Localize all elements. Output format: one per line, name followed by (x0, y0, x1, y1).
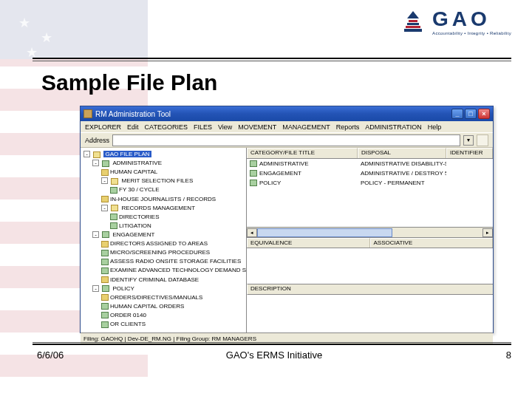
gao-logo-text: GAO (432, 7, 511, 31)
tree-item[interactable]: RECORDS MANAGEMENT (121, 205, 195, 211)
close-button[interactable]: × (478, 109, 490, 119)
app-window: RM Administration Tool _ □ × EXPLORER Ed… (80, 106, 494, 333)
tree-item[interactable]: DIRECTORS ASSIGNED TO AREAS (110, 240, 208, 247)
file-icon (101, 303, 109, 310)
address-label: Address (85, 137, 109, 144)
list-row[interactable]: ENGAGEMENT ADMINISTRATIVE / DESTROY 5 YR… (247, 168, 493, 178)
tree-item[interactable]: FY 30 / CYCLE (119, 186, 160, 193)
folder-open-icon (111, 178, 118, 185)
details-pane: CATEGORY/FILE TITLE DISPOSAL IDENTIFIER … (247, 148, 493, 332)
sub-list-body[interactable] (247, 248, 493, 284)
column-disposal[interactable]: DISPOSAL (358, 148, 446, 158)
minimize-button[interactable]: _ (451, 109, 463, 119)
description-body[interactable] (247, 295, 493, 332)
tree-item[interactable]: ENGAGEMENT (112, 231, 154, 238)
file-icon (101, 321, 109, 328)
folder-open-icon (93, 151, 100, 158)
footer-rule (33, 344, 511, 345)
expand-toggle[interactable]: - (92, 160, 99, 166)
menu-help[interactable]: Help (428, 123, 442, 131)
cell-title: POLICY (259, 180, 281, 186)
tree-item[interactable]: HUMAN CAPITAL ORDERS (110, 303, 184, 310)
svg-rect-1 (406, 26, 420, 28)
column-identifier[interactable]: IDENTIFIER (446, 148, 493, 158)
folder-icon (101, 294, 109, 301)
svg-rect-2 (407, 23, 419, 25)
expand-toggle[interactable]: - (83, 151, 90, 157)
gao-logo: GAO Accountability • Integrity • Reliabi… (400, 7, 511, 35)
scroll-track[interactable] (257, 228, 482, 237)
maximize-button[interactable]: □ (465, 109, 477, 119)
header-rule (33, 58, 511, 59)
menu-reports[interactable]: Reports (336, 123, 360, 131)
expand-toggle[interactable]: - (92, 285, 99, 292)
menu-files[interactable]: FILES (194, 123, 212, 131)
address-field[interactable] (112, 134, 460, 146)
description-header[interactable]: DESCRIPTION (247, 284, 493, 295)
category-icon (250, 180, 257, 186)
cell-disposal: POLICY - PERMANENT (358, 180, 446, 186)
tree-item[interactable]: IDENTIFY CRIMINAL DATABASE (110, 276, 199, 283)
list-row[interactable]: POLICY POLICY - PERMANENT (247, 178, 493, 188)
expand-toggle[interactable]: - (101, 177, 108, 184)
expand-toggle[interactable]: - (92, 231, 99, 238)
slide-title: Sample File Plan (41, 70, 532, 95)
tree-item[interactable]: ORDER 0140 (110, 312, 146, 318)
app-icon (83, 109, 92, 118)
file-icon (110, 214, 117, 220)
tree-item[interactable]: POLICY (112, 285, 134, 292)
file-icon (101, 267, 109, 274)
category-icon (102, 160, 109, 167)
menu-edit[interactable]: Edit (127, 123, 139, 131)
window-titlebar[interactable]: RM Administration Tool _ □ × (81, 106, 493, 121)
list-body[interactable]: ADMINISTRATIVE ADMINISTRATIVE DISABILITY… (247, 159, 493, 227)
tree-item[interactable]: ASSESS RADIO ONSITE STORAGE FACILITIES (110, 258, 241, 265)
file-icon (101, 312, 109, 318)
menu-explorer[interactable]: EXPLORER (85, 123, 121, 131)
toolbar-button[interactable] (477, 134, 488, 146)
tree-item[interactable]: IN-HOUSE JOURNALISTS / RECORDS (110, 196, 216, 202)
menu-management[interactable]: MANAGEMENT (282, 123, 330, 131)
tree-item[interactable]: OR CLIENTS (110, 321, 146, 327)
column-associative[interactable]: ASSOCIATIVE (370, 238, 494, 248)
cell-title: ENGAGEMENT (259, 170, 301, 177)
column-equivalence[interactable]: EQUIVALENCE (247, 238, 370, 248)
column-title[interactable]: CATEGORY/FILE TITLE (247, 148, 358, 158)
category-icon (102, 285, 109, 292)
horizontal-scrollbar[interactable]: ◂ ▸ (247, 227, 493, 237)
tree-item[interactable]: LITIGATION (119, 222, 151, 229)
menu-categories[interactable]: CATEGORIES (145, 123, 188, 131)
tree-item[interactable]: MICRO/SCREENING PROCEDURES (110, 249, 210, 256)
menu-movement[interactable]: MOVEMENT (238, 123, 276, 131)
sub-list-header: EQUIVALENCE ASSOCIATIVE (247, 237, 493, 248)
file-plan-tree: - GAO FILE PLAN - ADMINISTRATIVE HUMAN C… (82, 150, 245, 329)
menubar: EXPLORER Edit CATEGORIES FILES View MOVE… (81, 121, 493, 133)
scroll-thumb[interactable] (257, 228, 392, 237)
folder-icon (101, 276, 109, 283)
tree-item[interactable]: MERIT SELECTION FILES (121, 177, 193, 184)
file-icon (101, 259, 109, 265)
category-icon (250, 160, 257, 167)
gao-logo-mark (400, 10, 426, 33)
file-icon (110, 222, 117, 229)
scroll-left-icon[interactable]: ◂ (247, 228, 257, 237)
footer-page-number: 8 (506, 349, 511, 361)
menu-administration[interactable]: ADMINISTRATION (365, 123, 421, 131)
tree-item[interactable]: EXAMINE ADVANCED TECHNOLOGY DEMAND SYS… (110, 267, 247, 273)
category-icon (102, 231, 109, 238)
list-row[interactable]: ADMINISTRATIVE ADMINISTRATIVE DISABILITY… (247, 159, 493, 168)
file-icon (101, 250, 109, 256)
tree-item[interactable]: DIRECTORIES (119, 214, 160, 220)
window-controls: _ □ × (451, 109, 490, 119)
tree-root[interactable]: GAO FILE PLAN (103, 151, 151, 157)
tree-item[interactable]: ORDERS/DIRECTIVES/MANUALS (110, 294, 202, 301)
address-dropdown-icon[interactable]: ▾ (463, 135, 474, 146)
menu-view[interactable]: View (218, 123, 232, 131)
tree-item[interactable]: HUMAN CAPITAL (110, 168, 157, 175)
tree-item[interactable]: ADMINISTRATIVE (112, 160, 162, 166)
cell-disposal: ADMINISTRATIVE DISABILITY-SS (358, 160, 446, 167)
expand-toggle[interactable]: - (101, 205, 108, 211)
scroll-right-icon[interactable]: ▸ (482, 228, 493, 237)
folder-icon (101, 169, 109, 176)
tree-pane[interactable]: - GAO FILE PLAN - ADMINISTRATIVE HUMAN C… (81, 148, 247, 332)
